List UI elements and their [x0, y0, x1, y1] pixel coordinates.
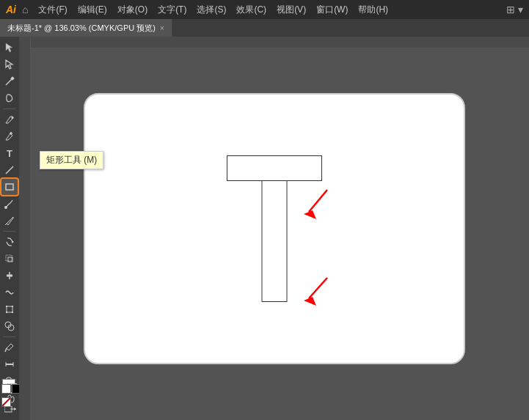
svg-rect-24	[6, 364, 13, 365]
t-shape	[227, 155, 322, 302]
width-tool[interactable]	[1, 268, 18, 284]
pen-tool[interactable]	[1, 111, 18, 128]
svg-point-4	[12, 117, 14, 119]
menu-view[interactable]: 视图(V)	[272, 2, 310, 18]
svg-rect-16	[7, 306, 12, 312]
svg-rect-20	[12, 312, 13, 313]
add-anchor-tool[interactable]	[1, 128, 18, 144]
rotate-tool[interactable]	[1, 234, 18, 250]
magic-wand-tool[interactable]	[1, 73, 18, 89]
svg-rect-19	[6, 312, 7, 313]
separator	[3, 108, 16, 109]
menu-object[interactable]: 对象(O)	[113, 2, 152, 18]
menu-edit[interactable]: 编辑(E)	[73, 2, 112, 18]
svg-line-2	[6, 79, 12, 85]
line-tool[interactable]	[1, 162, 18, 178]
svg-rect-17	[6, 306, 7, 307]
paintbrush-tool[interactable]	[1, 196, 18, 212]
svg-line-10	[5, 224, 7, 225]
svg-marker-11	[12, 240, 14, 243]
warp-tool[interactable]	[1, 284, 18, 301]
active-tab[interactable]: 未标题-1* @ 136.03% (CMYK/GPU 预览) ×	[0, 19, 172, 37]
tab-label: 未标题-1* @ 136.03% (CMYK/GPU 预览)	[7, 23, 156, 34]
top-ruler	[19, 37, 529, 48]
svg-rect-8	[6, 184, 13, 190]
svg-line-7	[6, 166, 13, 174]
rectangle-tool-tooltip: 矩形工具 (M)	[40, 151, 103, 169]
svg-point-9	[4, 206, 7, 209]
pencil-tool[interactable]	[1, 213, 18, 229]
tooltip-text: 矩形工具 (M)	[46, 155, 97, 165]
tab-close-button[interactable]: ×	[160, 24, 164, 32]
artboard-swap-icon[interactable]	[4, 406, 16, 417]
t-horizontal-rect	[227, 155, 322, 181]
menu-select[interactable]: 选择(S)	[192, 2, 230, 18]
svg-rect-13	[6, 255, 12, 261]
title-bar: Ai ⌂ 文件(F) 编辑(E) 对象(O) 文字(T) 选择(S) 效果(C)…	[0, 0, 529, 19]
measure-tool[interactable]	[1, 356, 18, 372]
ai-logo: Ai	[6, 4, 16, 15]
menu-file[interactable]: 文件(F)	[34, 2, 71, 18]
tab-bar: 未标题-1* @ 136.03% (CMYK/GPU 预览) ×	[0, 19, 529, 37]
svg-marker-1	[6, 60, 12, 69]
eyedropper-tool[interactable]	[1, 339, 18, 355]
separator2	[3, 231, 16, 232]
home-button[interactable]: ⌂	[22, 4, 28, 15]
rectangle-tool[interactable]	[1, 179, 18, 195]
menu-window[interactable]: 窗口(W)	[312, 2, 352, 18]
grid-icon[interactable]: ⊞ ▾	[506, 4, 523, 15]
svg-marker-33	[14, 408, 16, 410]
svg-line-23	[5, 348, 7, 352]
shape-builder-tool[interactable]	[1, 318, 18, 334]
white-swatch[interactable]	[1, 384, 11, 394]
separator3	[3, 336, 16, 337]
svg-marker-0	[6, 43, 12, 52]
selection-tool[interactable]	[1, 40, 18, 56]
menu-bar: 文件(F) 编辑(E) 对象(O) 文字(T) 选择(S) 效果(C) 视图(V…	[34, 2, 506, 18]
scale-tool[interactable]	[1, 251, 18, 267]
lasso-tool[interactable]	[1, 90, 18, 106]
left-ruler	[19, 37, 31, 420]
canvas-area: 矩形工具 (M)	[19, 37, 529, 420]
artboard	[84, 93, 465, 364]
type-tool[interactable]: T	[1, 145, 18, 161]
menu-effect[interactable]: 效果(C)	[232, 2, 271, 18]
left-toolbar: T	[0, 37, 19, 420]
free-transform-tool[interactable]	[1, 301, 18, 317]
main-area: T	[0, 37, 529, 420]
direct-select-tool[interactable]	[1, 56, 18, 73]
svg-rect-18	[12, 306, 13, 307]
menu-text[interactable]: 文字(T)	[153, 2, 191, 18]
menu-help[interactable]: 帮助(H)	[354, 2, 393, 18]
